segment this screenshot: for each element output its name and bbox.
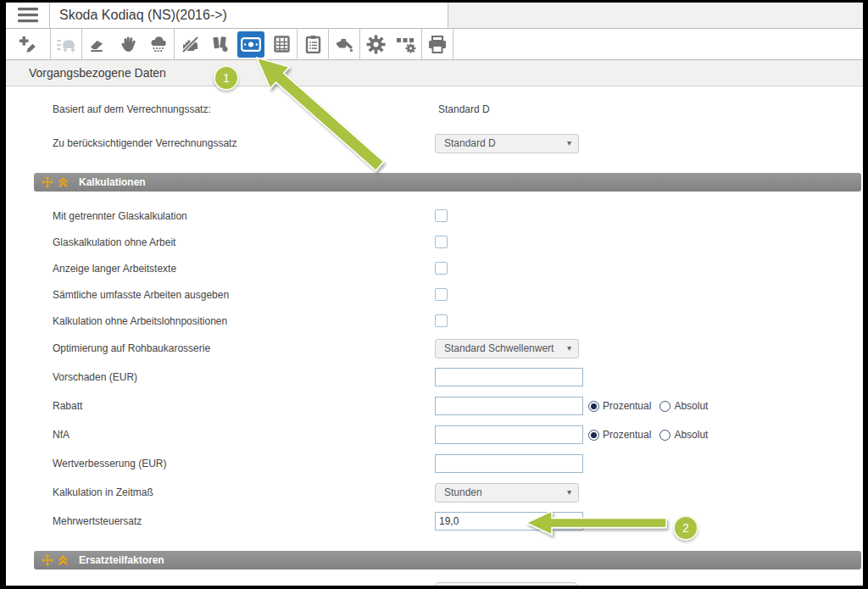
rabatt-absolut-option[interactable]: Absolut (659, 400, 708, 412)
checkbox-row: Glaskalkulation ohne Arbeit (53, 229, 863, 255)
section-kalkulationen[interactable]: Kalkulationen (34, 173, 861, 192)
checkbox-row: Mit getrennter Glaskalkulation (53, 203, 863, 229)
radio-label: Prozentual (603, 400, 651, 412)
zeitmass-dropdown[interactable]: Stunden ▾ (435, 483, 579, 503)
rabatt-label: Rabatt (53, 400, 435, 412)
radio-selected-icon[interactable] (588, 401, 599, 412)
wertverbesserung-input[interactable] (435, 454, 583, 473)
form-area: Basiert auf dem Verrechnungssatz: Standa… (6, 98, 863, 586)
checkbox-label: Kalkulation ohne Arbeitslohnpositionen (53, 315, 435, 327)
checkbox-row: Sämtliche umfasste Arbeiten ausgeben (53, 281, 863, 308)
wertverbesserung-label: Wertverbesserung (EUR) (53, 458, 435, 470)
calculation-button[interactable] (236, 29, 266, 59)
mwst-input[interactable] (435, 512, 583, 531)
rate-select-dropdown[interactable]: Standard D ▾ (435, 134, 579, 153)
hand-button[interactable] (113, 29, 143, 59)
nfa-input[interactable] (435, 425, 583, 444)
lange-arbeitstexte-checkbox[interactable] (435, 262, 448, 275)
printer-icon (428, 36, 447, 53)
hail-damage-button[interactable] (143, 29, 174, 59)
nfa-row: NfA Prozentual Absolut (53, 420, 863, 449)
rabatt-row: Rabatt Prozentual Absolut (53, 392, 863, 420)
optimierung-dropdown[interactable]: Standard Schwellenwert ▾ (435, 339, 579, 358)
checkbox-label: Anzeige langer Arbeitstexte (53, 263, 435, 275)
rabatt-prozentual-option[interactable]: Prozentual (588, 400, 651, 412)
zeitmass-dropdown-value: Stunden (444, 486, 482, 498)
nfa-label: NfA (53, 429, 435, 441)
vorschaden-input[interactable] (435, 368, 583, 386)
rabatt-radio-group: Prozentual Absolut (588, 400, 708, 412)
zeitmass-row: Kalkulation in Zeitmaß Stunden ▾ (53, 478, 863, 507)
positions-settings-button[interactable] (391, 29, 421, 59)
radio-label: Absolut (674, 429, 708, 441)
rabatt-input[interactable] (435, 397, 583, 415)
wertverbesserung-row: Wertverbesserung (EUR) (53, 449, 863, 478)
radio-label: Prozentual (603, 429, 651, 441)
mwst-label: Mehrwertsteuersatz (53, 515, 435, 527)
nfa-absolut-option[interactable]: Absolut (659, 429, 708, 441)
hamburger-icon (18, 8, 38, 23)
checkbox-label: Sämtliche umfasste Arbeiten ausgeben (53, 289, 435, 301)
collapse-icon[interactable] (58, 555, 69, 566)
table-button[interactable] (266, 29, 297, 59)
hand-icon (120, 36, 136, 53)
nfa-radio-group: Prozentual Absolut (588, 429, 708, 441)
rate-base-label: Basiert auf dem Verrechnungssatz: (53, 103, 435, 115)
cloud-rain-icon (149, 36, 168, 53)
chevron-down-icon: ▾ (567, 343, 571, 353)
engine-crossed-icon (181, 36, 200, 53)
books-icon (211, 35, 231, 53)
chevron-down-icon: ▾ (567, 138, 571, 147)
move-icon[interactable] (42, 176, 53, 188)
eraser-button[interactable] (82, 29, 113, 59)
partial-dropdown[interactable] (435, 582, 577, 586)
nfa-prozentual-option[interactable]: Prozentual (588, 429, 651, 441)
vehicle-positions-button[interactable] (51, 29, 81, 59)
app-window: Skoda Kodiaq (NS)(2016->) (6, 3, 863, 586)
settings-button[interactable] (360, 29, 391, 59)
checkbox-label: Glaskalkulation ohne Arbeit (53, 236, 435, 248)
engine-excluded-button[interactable] (175, 29, 205, 59)
mwst-row: Mehrwertsteuersatz (53, 507, 863, 536)
oil-can-icon (335, 36, 354, 53)
rate-select-row: Zu berücksichtigender Verrechnungssatz S… (53, 131, 863, 156)
money-banknote-icon (241, 37, 261, 52)
lacquer-button[interactable] (329, 29, 359, 59)
title-bar-spacer (448, 3, 863, 28)
rate-base-value: Standard D (435, 103, 490, 115)
print-button[interactable] (422, 29, 453, 59)
add-edit-button[interactable] (6, 29, 50, 59)
radio-label: Absolut (674, 400, 708, 412)
vehicle-title: Skoda Kodiaq (NS)(2016->) (50, 3, 448, 28)
zeitmass-label: Kalkulation in Zeitmaß (53, 486, 435, 498)
gear-icon (366, 35, 386, 54)
umfasste-arbeiten-checkbox[interactable] (435, 288, 448, 301)
clipboard-icon (305, 35, 321, 53)
glas-ohne-arbeit-checkbox[interactable] (435, 236, 448, 248)
car-positions-icon (56, 35, 76, 53)
radio-unselected-icon[interactable] (659, 401, 670, 412)
glaskalkulation-checkbox[interactable] (435, 209, 448, 222)
title-bar: Skoda Kodiaq (NS)(2016->) (6, 3, 863, 29)
active-highlight (237, 31, 264, 58)
menu-button[interactable] (6, 3, 50, 28)
optimierung-dropdown-value: Standard Schwellenwert (444, 342, 554, 354)
toolbar (6, 29, 863, 60)
collapse-icon[interactable] (58, 177, 69, 188)
optimierung-row: Optimierung auf Rohbaukarosserie Standar… (53, 334, 863, 363)
checkbox-row: Kalkulation ohne Arbeitslohnpositionen (53, 308, 863, 334)
ohne-arbeitslohn-checkbox[interactable] (435, 314, 448, 327)
plus-pencil-icon (19, 36, 37, 53)
page-title: Vorgangsbezogene Daten (6, 60, 863, 86)
section-ersatzteilfaktoren[interactable]: Ersatzteilfaktoren (34, 551, 861, 570)
eraser-icon (89, 36, 107, 53)
move-icon[interactable] (42, 554, 53, 566)
rate-select-label: Zu berücksichtigender Verrechnungssatz (53, 137, 435, 149)
radio-unselected-icon[interactable] (659, 430, 670, 441)
worklist-button[interactable] (298, 29, 328, 59)
checkbox-row: Anzeige langer Arbeitstexte (53, 255, 863, 281)
positions-gear-icon (396, 35, 416, 53)
rate-base-row: Basiert auf dem Verrechnungssatz: Standa… (53, 98, 863, 120)
radio-selected-icon[interactable] (588, 430, 599, 441)
parts-catalog-button[interactable] (205, 29, 236, 59)
